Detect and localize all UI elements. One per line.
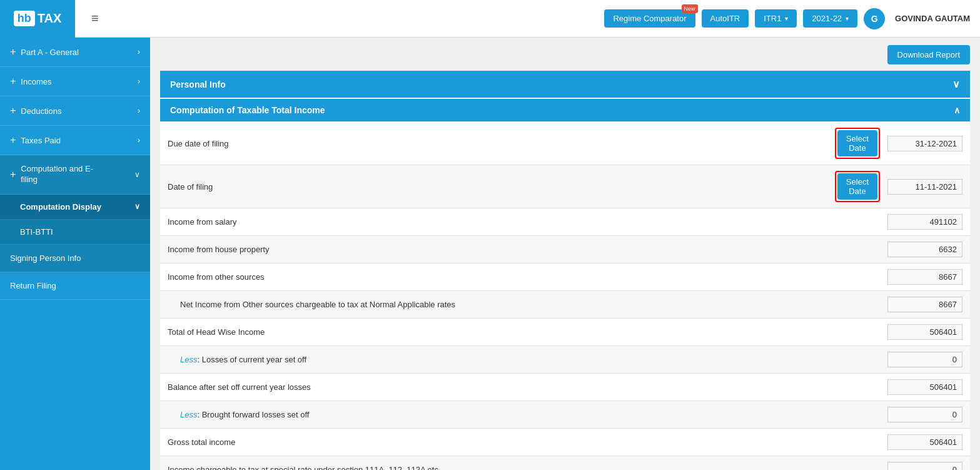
row-label-less-brought-forward: Less: Brought forward losses set off (160, 401, 827, 429)
value-box-due-date: 31-12-2021 (887, 136, 962, 151)
sidebar-item-return-filing[interactable]: Return Filing (0, 272, 150, 300)
value-box-total-head-wise: 506401 (887, 324, 962, 340)
computation-section-title: Computation of Taxable Total Income (170, 105, 325, 115)
value-box-other-sources: 8667 (887, 269, 962, 285)
personal-info-title: Personal Info (170, 79, 226, 89)
sidebar-label-return-filing: Return Filing (10, 281, 56, 290)
personal-info-toggle-icon: ∨ (952, 78, 960, 90)
row-value-total-head-wise: 506401 (827, 319, 970, 346)
new-badge: New (682, 4, 698, 13)
row-value-gross-total-income: 506401 (827, 429, 970, 456)
sidebar-label-computation-display: Computation Display (20, 202, 101, 212)
table-row: Income chargeable to tax at special rate… (160, 456, 970, 471)
download-report-button[interactable]: Download Report (887, 45, 970, 64)
row-value-income-salary: 491102 (827, 208, 970, 236)
auto-itr-button[interactable]: AutoITR (702, 9, 749, 28)
row-label-income-special-rate: Income chargeable to tax at special rate… (160, 456, 827, 471)
plus-icon: + (10, 105, 16, 116)
row-label-gross-total-income: Gross total income (160, 429, 827, 456)
sidebar-item-part-a-general[interactable]: + Part A - General › (0, 38, 150, 67)
toolbar-row: Download Report (160, 45, 970, 64)
plus-icon: + (10, 169, 16, 180)
value-box-net-other-sources: 8667 (887, 297, 962, 312)
row-value-income-special-rate: 0 (827, 456, 970, 471)
chevron-down-icon: ∨ (134, 170, 140, 179)
sidebar-item-taxes-paid[interactable]: + Taxes Paid › (0, 126, 150, 155)
row-label-balance-set-off: Balance after set off current year losse… (160, 374, 827, 401)
computation-section-header[interactable]: Computation of Taxable Total Income ∧ (160, 99, 970, 121)
computation-toggle-icon: ∧ (954, 105, 960, 115)
user-avatar: G (864, 8, 885, 29)
row-label-net-other-sources: Net Income from Other sources chargeable… (160, 291, 827, 319)
row-label-less-losses: Less: Losses of current year set off (160, 346, 827, 374)
table-row: Total of Head Wise Income 506401 (160, 319, 970, 346)
row-value-other-sources: 8667 (827, 263, 970, 291)
row-label-other-sources: Income from other sources (160, 263, 827, 291)
personal-info-header[interactable]: Personal Info ∨ (160, 71, 970, 98)
table-row: Date of filing Select Date 11-11-2021 (160, 165, 970, 208)
select-date-button-date-filing[interactable]: Select Date (837, 173, 877, 200)
value-box-income-salary: 491102 (887, 214, 962, 230)
value-box-less-losses: 0 (887, 352, 962, 367)
regime-comparator-button[interactable]: New Regime Comparator (604, 9, 695, 28)
row-label-income-salary: Income from salary (160, 208, 827, 236)
chevron-right-icon: › (138, 136, 140, 145)
sidebar-item-deductions[interactable]: + Deductions › (0, 96, 150, 126)
value-box-gross-total-income: 506401 (887, 434, 962, 450)
value-box-date-filing: 11-11-2021 (887, 179, 962, 195)
sidebar-item-incomes[interactable]: + Incomes › (0, 67, 150, 96)
row-value-house-property: 6632 (827, 236, 970, 263)
year-chevron-icon: ▾ (846, 15, 849, 22)
row-label-house-property: Income from house property (160, 236, 827, 263)
sidebar-item-bti-btti[interactable]: BTI-BTTI (0, 220, 150, 245)
sidebar-label-incomes: Incomes (21, 77, 51, 86)
select-date-button-due-date[interactable]: Select Date (837, 130, 877, 156)
logo-tax: TAX (38, 11, 62, 26)
table-row: Income from salary 491102 (160, 208, 970, 236)
row-value-due-date: Select Date 31-12-2021 (827, 122, 970, 165)
top-nav: hb TAX ≡ New Regime Comparator AutoITR I… (0, 0, 980, 38)
row-value-less-losses: 0 (827, 346, 970, 374)
logo-area: hb TAX (0, 0, 75, 38)
sidebar-label-taxes-paid: Taxes Paid (21, 136, 61, 145)
chevron-right-icon: › (138, 77, 140, 86)
sidebar: + Part A - General › + Incomes › + Deduc… (0, 38, 150, 470)
plus-icon: + (10, 76, 16, 87)
row-value-date-filing: Select Date 11-11-2021 (827, 165, 970, 208)
itr1-dropdown[interactable]: ITR1 ▾ (755, 9, 797, 28)
main-layout: + Part A - General › + Incomes › + Deduc… (0, 38, 980, 470)
hamburger-icon[interactable]: ≡ (91, 11, 99, 26)
row-label-date-filing: Date of filing (160, 165, 827, 208)
select-date-highlight-date-filing: Select Date (835, 171, 880, 202)
row-label-due-date: Due date of filing (160, 122, 827, 165)
table-row: Due date of filing Select Date 31-12-202… (160, 122, 970, 165)
sidebar-label-bti-btti: BTI-BTTI (20, 227, 53, 237)
value-box-less-brought-forward: 0 (887, 407, 962, 422)
table-row: Gross total income 506401 (160, 429, 970, 456)
sidebar-label-deductions: Deductions (21, 106, 61, 116)
value-box-balance-set-off: 506401 (887, 379, 962, 395)
chevron-down-icon: ∨ (134, 202, 140, 211)
row-value-less-brought-forward: 0 (827, 401, 970, 429)
sidebar-label-part-a-general: Part A - General (21, 48, 79, 57)
select-date-highlight-due-date: Select Date (835, 128, 880, 159)
sidebar-label-signing-person-info: Signing Person Info (10, 253, 81, 263)
plus-icon: + (10, 135, 16, 146)
table-row: Net Income from Other sources chargeable… (160, 291, 970, 319)
table-row: Less: Losses of current year set off 0 (160, 346, 970, 374)
table-row: Less: Brought forward losses set off 0 (160, 401, 970, 429)
content-area: Download Report Personal Info ∨ Computat… (150, 38, 980, 470)
value-box-house-property: 6632 (887, 242, 962, 257)
table-row: Income from other sources 8667 (160, 263, 970, 291)
computation-table: Due date of filing Select Date 31-12-202… (160, 122, 970, 470)
year-dropdown[interactable]: 2021-22 ▾ (803, 9, 857, 28)
chevron-right-icon: › (138, 106, 140, 115)
table-row: Income from house property 6632 (160, 236, 970, 263)
value-box-income-special-rate: 0 (887, 462, 962, 470)
row-value-balance-set-off: 506401 (827, 374, 970, 401)
sidebar-item-signing-person-info[interactable]: Signing Person Info (0, 245, 150, 272)
logo-hb: hb (14, 11, 35, 26)
sidebar-item-computation-e-filing[interactable]: + Computation and E-filing ∨ (0, 155, 150, 195)
table-row: Balance after set off current year losse… (160, 374, 970, 401)
sidebar-item-computation-display[interactable]: Computation Display ∨ (0, 195, 150, 220)
